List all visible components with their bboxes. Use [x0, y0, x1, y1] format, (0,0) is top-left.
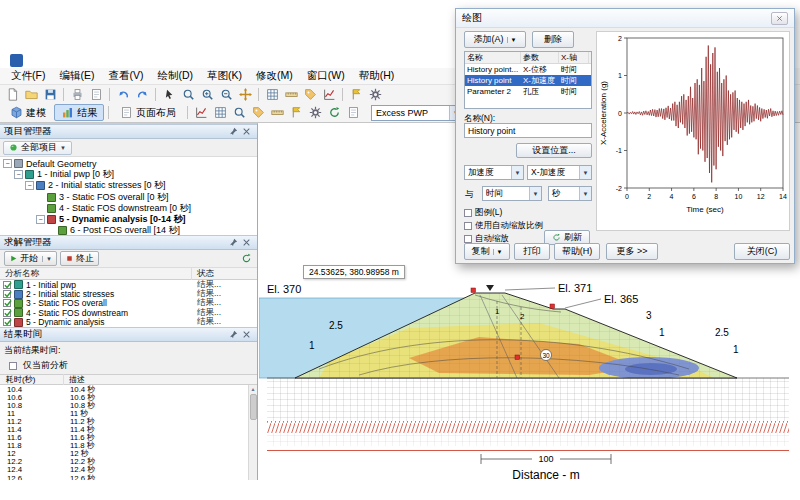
analysis-checkbox[interactable] [3, 309, 11, 317]
start-solve-button[interactable]: 开始 ▼ [4, 251, 57, 266]
all-projects-button[interactable]: 全部项目 ▼ [3, 141, 72, 155]
menu-item[interactable]: 草图(K) [200, 68, 249, 84]
parameter-combo[interactable]: X-加速度▼ [527, 165, 592, 180]
more-button[interactable]: 更多 >> [606, 243, 658, 260]
result-measure-button[interactable] [268, 105, 286, 121]
result-time-desc: 12.6 秒 [64, 473, 95, 480]
close-icon[interactable] [240, 126, 253, 137]
label-tool-button[interactable] [301, 86, 319, 102]
result-contours-button[interactable] [211, 105, 229, 121]
results-mode-button[interactable]: 结果 [54, 104, 104, 121]
tree-item[interactable]: 3 - Static FOS overall [0 秒] [0, 192, 257, 203]
pin-icon[interactable] [227, 237, 240, 248]
graph-list-row[interactable]: History point...X-位移时间 [465, 64, 591, 75]
close-icon[interactable] [240, 237, 253, 248]
menu-item[interactable]: 查看(V) [101, 68, 150, 84]
menu-item[interactable]: 修改(M) [249, 68, 300, 84]
zoom-in-button[interactable] [198, 86, 216, 102]
print-button[interactable] [68, 86, 86, 102]
tree-expander[interactable]: − [14, 170, 23, 179]
analysis-checkbox[interactable] [3, 318, 11, 326]
menu-item[interactable]: 编辑(E) [52, 68, 101, 84]
draw-graph-button[interactable] [320, 86, 338, 102]
model-mode-label: 建模 [26, 106, 46, 120]
print-preview-button[interactable] [87, 86, 105, 102]
parameter-category-combo[interactable]: 加速度▼ [464, 165, 524, 180]
x-axis-combo[interactable]: 时间▼ [482, 186, 542, 201]
tree-item[interactable]: −5 - Dynamic analysis [0-14 秒] [0, 214, 257, 225]
result-report-button[interactable] [344, 105, 362, 121]
result-parameter-combo[interactable]: Excess PWP ▼ [371, 105, 463, 121]
tree-expander[interactable]: − [36, 215, 45, 224]
redo-button[interactable] [133, 86, 151, 102]
solver-analysis-row[interactable]: 5 - Dynamic analysis结果... [0, 318, 257, 327]
downstream-slope1-label: 3 [646, 310, 652, 321]
select-tool-button[interactable] [160, 86, 178, 102]
x-axis-title: Distance - m [512, 468, 579, 482]
tree-item[interactable]: 4 - Static FOS downstream [0 秒] [0, 203, 257, 214]
menu-item[interactable]: 帮助(H) [352, 68, 402, 84]
zoom-tool-button[interactable] [179, 86, 197, 102]
autoscale2-checkbox[interactable] [464, 235, 472, 243]
analysis-checkbox[interactable] [3, 281, 11, 289]
delete-graph-button[interactable]: 删除 [532, 31, 574, 48]
close-button[interactable]: 关闭(C) [734, 243, 790, 260]
x-axis-units-combo[interactable]: 秒▼ [548, 186, 592, 201]
print-button[interactable]: 打印 [514, 243, 550, 260]
analysis-checkbox[interactable] [3, 290, 11, 298]
save-file-button[interactable] [41, 86, 59, 102]
set-locations-button[interactable]: 设置位置... [516, 143, 592, 158]
dialog-title-bar[interactable]: 绘图 [456, 9, 794, 28]
times-scrollbar[interactable]: ▲ [248, 385, 257, 480]
refresh-icon[interactable] [240, 253, 253, 264]
tree-item[interactable]: −1 - Initial pwp [0 秒] [0, 169, 257, 180]
new-file-button[interactable] [3, 86, 21, 102]
history-point-marker[interactable] [471, 288, 476, 293]
add-graph-button[interactable]: 添加(A) ▼ [464, 31, 526, 48]
result-zoom-button[interactable] [230, 105, 248, 121]
pan-tool-button[interactable] [236, 86, 254, 102]
menu-item[interactable]: 文件(F) [4, 68, 52, 84]
tree-expander[interactable]: − [25, 181, 34, 190]
scroll-up-icon[interactable]: ▲ [251, 385, 256, 393]
zoom-out-button[interactable] [217, 86, 235, 102]
result-refresh-button[interactable] [325, 105, 343, 121]
analysis-checkbox[interactable] [3, 299, 11, 307]
copy-button[interactable]: 复制 ▼ [464, 243, 510, 260]
tree-item[interactable]: −2 - Initial static stresses [0 秒] [0, 180, 257, 191]
model-mode-button[interactable]: 建模 [3, 104, 53, 121]
graph-list[interactable]: 名称参数X-轴History point...X-位移时间History poi… [464, 51, 592, 109]
page-layout-button[interactable]: 页面布局 [113, 104, 183, 121]
dialog-close-button[interactable] [771, 12, 788, 25]
measure-tool-button[interactable] [282, 86, 300, 102]
result-settings-button[interactable] [306, 105, 324, 121]
help-button[interactable]: 帮助(H) [554, 243, 600, 260]
stop-solve-button[interactable]: 终止 [60, 251, 99, 266]
options-button[interactable] [366, 86, 384, 102]
legend-checkbox[interactable] [464, 209, 472, 217]
bookmark-button[interactable] [347, 86, 365, 102]
history-point-marker[interactable] [515, 355, 520, 360]
tree-expander[interactable]: − [3, 159, 12, 168]
graph-list-row[interactable]: Parameter 2孔压时间 [465, 86, 591, 97]
autoscale-checkbox[interactable] [464, 222, 472, 230]
result-time-row[interactable]: 12.612.6 秒 [0, 474, 257, 480]
undo-button[interactable] [114, 86, 132, 102]
menu-item[interactable]: 窗口(W) [300, 68, 352, 84]
result-labels-button[interactable] [249, 105, 267, 121]
result-graph-button[interactable] [192, 105, 210, 121]
pin-icon[interactable] [227, 126, 240, 137]
graph-list-row[interactable]: History pointX-加速度时间 [465, 75, 591, 86]
open-file-button[interactable] [22, 86, 40, 102]
result-mark-button[interactable] [287, 105, 305, 121]
pin-icon[interactable] [227, 329, 240, 340]
menu-item[interactable]: 绘制(D) [150, 68, 200, 84]
only-current-analysis-checkbox[interactable] [9, 362, 17, 370]
graph-name-input[interactable]: History point [464, 123, 592, 138]
close-icon[interactable] [240, 329, 253, 340]
tree-item[interactable]: −Default Geometry [0, 158, 257, 169]
history-point-marker[interactable] [550, 304, 555, 309]
scrollbar-thumb[interactable] [250, 394, 257, 420]
tree-item[interactable]: 6 - Post FOS overall [14 秒] [0, 225, 257, 235]
view-grid-button[interactable] [263, 86, 281, 102]
